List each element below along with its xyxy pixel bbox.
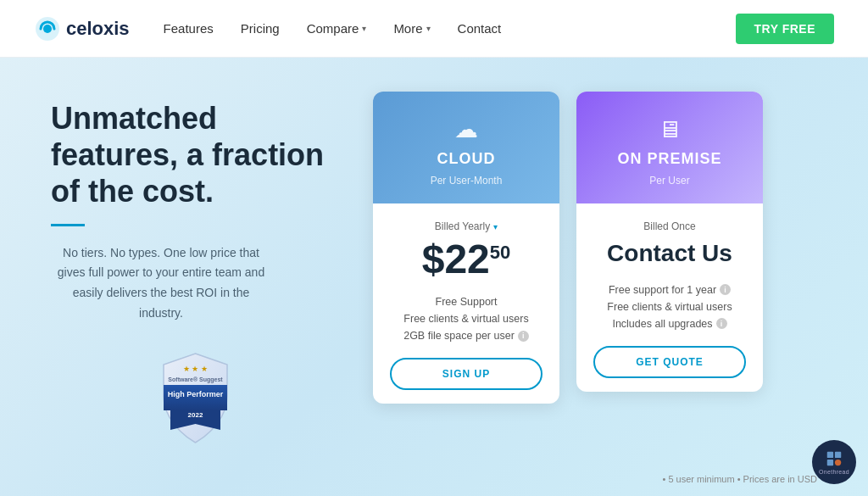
cloud-card-header: ☁ CLOUD Per User-Month [373, 92, 559, 203]
cloud-icon: ☁ [454, 115, 478, 143]
svg-point-1 [43, 25, 52, 33]
nav-pricing[interactable]: Pricing [241, 21, 280, 36]
svg-text:2022: 2022 [187, 411, 203, 419]
cloud-features-list: Free Support Free clients & virtual user… [390, 293, 542, 344]
onethread-label: Onethread [819, 469, 849, 475]
cloud-price: $2250 [390, 239, 542, 280]
contact-us-label: Contact Us [593, 239, 746, 268]
list-item: Free Support [390, 293, 542, 310]
list-item: Includes all upgrades i [593, 315, 746, 332]
logo-text: celoxis [66, 18, 130, 40]
cloud-pricing-card: ☁ CLOUD Per User-Month Billed Yearly ▾ $… [373, 92, 559, 404]
info-icon[interactable]: i [720, 284, 731, 295]
hero-subtext: No tiers. No types. One low price that g… [51, 243, 271, 324]
monitor-icon: 🖥 [658, 115, 682, 143]
nav-compare[interactable]: Compare ▾ [307, 21, 367, 36]
footer-note: • 5 user minimum • Prices are in USD [662, 474, 817, 484]
nav-links: Features Pricing Compare ▾ More ▾ Contac… [164, 21, 736, 36]
billing-chevron-icon: ▾ [493, 222, 498, 231]
get-quote-button[interactable]: GET QUOTE [593, 346, 746, 378]
badge-container: ★ ★ ★ Software® Suggest High Performer 2… [51, 349, 339, 447]
svg-text:Software® Suggest: Software® Suggest [168, 376, 223, 383]
compare-chevron-icon: ▾ [362, 24, 366, 33]
premise-card-body: Billed Once Contact Us Free support for … [576, 203, 763, 392]
premise-billing-label: Billed Once [593, 220, 746, 232]
nav-contact[interactable]: Contact [458, 21, 502, 36]
try-free-button[interactable]: TRY FREE [736, 14, 834, 44]
svg-text:High Performer: High Performer [167, 390, 223, 398]
list-item: Free clients & virtual users [390, 310, 542, 327]
nav-features[interactable]: Features [164, 21, 214, 36]
premise-card-subtitle: Per User [649, 175, 689, 187]
premise-pricing-card: 🖥 ON PREMISE Per User Billed Once Contac… [576, 92, 763, 392]
premise-features-list: Free support for 1 year i Free clients &… [593, 281, 746, 332]
nav-more[interactable]: More ▾ [393, 21, 430, 36]
hero-section: Unmatched features, a fraction of the co… [51, 83, 339, 447]
svg-rect-8 [835, 452, 841, 458]
sign-up-button[interactable]: SIGN UP [390, 358, 542, 390]
cloud-billing-label[interactable]: Billed Yearly ▾ [390, 220, 542, 232]
svg-point-10 [835, 460, 841, 465]
price-main: $2250 [422, 237, 511, 281]
cloud-card-subtitle: Per User-Month [431, 175, 503, 187]
onethread-icon [825, 449, 843, 468]
info-icon[interactable]: i [518, 331, 529, 342]
main-content: Unmatched features, a fraction of the co… [0, 58, 868, 496]
info-icon[interactable]: i [716, 318, 727, 329]
list-item: Free clients & virtual users [593, 298, 746, 315]
premise-card-title: ON PREMISE [617, 150, 721, 168]
headline-accent [51, 224, 85, 226]
svg-text:★ ★ ★: ★ ★ ★ [182, 365, 207, 373]
svg-rect-9 [827, 460, 833, 465]
more-chevron-icon: ▾ [426, 24, 431, 33]
list-item: 2GB file space per user i [390, 327, 542, 344]
cloud-card-title: CLOUD [437, 150, 496, 168]
onethread-widget[interactable]: Onethread [812, 440, 856, 484]
list-item: Free support for 1 year i [593, 281, 746, 298]
premise-card-header: 🖥 ON PREMISE Per User [576, 92, 763, 203]
cloud-card-body: Billed Yearly ▾ $2250 Free Support Free … [373, 203, 559, 404]
logo[interactable]: celoxis [34, 15, 130, 42]
main-headline: Unmatched features, a fraction of the co… [51, 100, 339, 210]
svg-rect-7 [827, 452, 833, 458]
pricing-cards: ☁ CLOUD Per User-Month Billed Yearly ▾ $… [373, 83, 763, 404]
premise-price: Contact Us [593, 239, 746, 268]
navigation: celoxis Features Pricing Compare ▾ More … [0, 0, 868, 58]
award-badge: ★ ★ ★ Software® Suggest High Performer 2… [155, 349, 236, 447]
